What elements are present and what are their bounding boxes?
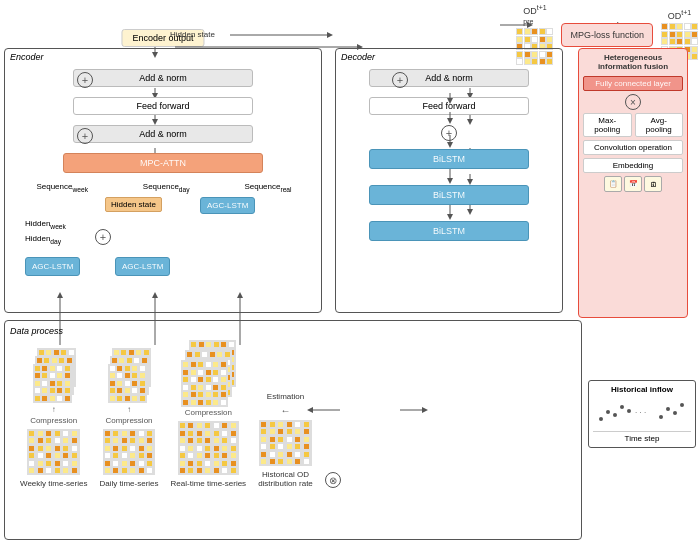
decoder-bilstm-2: BiLSTM bbox=[369, 185, 529, 205]
fusion-max-label: Max-pooling bbox=[594, 116, 620, 134]
compression-2-arrow: ↑ bbox=[127, 405, 131, 414]
encoder-mpc-attn-label: MPC-ATTN bbox=[140, 158, 186, 168]
svg-point-31 bbox=[666, 407, 670, 411]
od-pre-label: ODt+1 pre bbox=[523, 4, 546, 26]
mpg-loss-box: MPG-loss function bbox=[561, 23, 653, 47]
weekly-large-grid bbox=[27, 429, 80, 476]
encoder-plus-2: + bbox=[77, 128, 93, 144]
realtime-grid-1 bbox=[181, 360, 228, 407]
fusion-max-pooling: Max-pooling bbox=[583, 113, 632, 137]
decoder-plus-2: + bbox=[441, 125, 457, 141]
weekly-ts-label: Weekly time-series bbox=[20, 479, 87, 488]
decoder-add-norm-label: Add & norm bbox=[425, 73, 473, 83]
encoder-feed-forward: Feed forward bbox=[73, 97, 253, 115]
fusion-embedding: Embedding bbox=[583, 158, 683, 173]
daily-grids bbox=[108, 348, 150, 403]
decoder-bilstm-1-label: BiLSTM bbox=[433, 154, 465, 164]
fusion-title: Heterogeneousinformation fusion bbox=[583, 53, 683, 71]
daily-large-grid bbox=[103, 429, 156, 476]
decoder-plus-1: + bbox=[392, 72, 408, 88]
compression-3-text: Compression bbox=[185, 408, 232, 417]
svg-point-25 bbox=[606, 410, 610, 414]
encoder-add-norm-label: Add & norm bbox=[139, 73, 187, 83]
fusion-fully-connected: Fully connected layer bbox=[583, 76, 683, 91]
encoder-agc-lstm-1-label: AGC-LSTM bbox=[32, 262, 73, 271]
fusion-panel: Heterogeneousinformation fusion Fully co… bbox=[578, 48, 688, 318]
fusion-embed-label: Embedding bbox=[613, 161, 653, 170]
estimation-arrow: ← bbox=[280, 405, 290, 416]
fusion-times-row: × bbox=[583, 94, 683, 110]
seq-week-sub: week bbox=[72, 186, 88, 193]
decoder-arrows bbox=[336, 49, 564, 314]
realtime-grids bbox=[181, 340, 235, 395]
estimation-area: Estimation ← Historical ODdistribution r… bbox=[258, 392, 313, 489]
decoder-label: Decoder bbox=[341, 52, 375, 62]
hidden-week-label: Hiddenweek bbox=[25, 219, 66, 230]
hist-od-label: Historical ODdistribution rate bbox=[258, 470, 313, 488]
fusion-times-circle: × bbox=[625, 94, 641, 110]
svg-point-26 bbox=[613, 413, 617, 417]
encoder-agc-lstm-3-label: AGC-LSTM bbox=[207, 201, 248, 210]
od-real-sup: t+1 bbox=[681, 9, 691, 16]
svg-point-32 bbox=[673, 411, 677, 415]
weekly-grid-1 bbox=[33, 364, 72, 403]
fusion-conv-label: Convolution operation bbox=[594, 143, 672, 152]
realtime-ts-label: Real-time time-series bbox=[171, 479, 247, 488]
fusion-icons-row: 📋 📅 🗓 bbox=[583, 176, 683, 192]
encoder-add-norm-2-label: Add & norm bbox=[139, 129, 187, 139]
sequence-labels-row: Sequenceweek Sequenceday Sequencereal bbox=[9, 182, 319, 193]
encoder-box: Encoder Encoder output Add & norm + Feed… bbox=[4, 48, 322, 313]
realtime-large-grid bbox=[178, 421, 239, 475]
compression-1-label: ↑ bbox=[52, 405, 56, 414]
estimation-label: Estimation bbox=[267, 392, 304, 401]
decoder-bilstm-2-label: BiLSTM bbox=[433, 190, 465, 200]
fusion-fc-label: Fully connected layer bbox=[595, 79, 671, 88]
main-container: ODt+1 pre MPG-loss function ODt+1 bbox=[0, 0, 700, 545]
svg-point-28 bbox=[627, 409, 631, 413]
decoder-ff-label: Feed forward bbox=[422, 101, 475, 111]
hidden-state-box: Hidden state bbox=[105, 197, 162, 212]
encoder-label: Encoder bbox=[10, 52, 44, 62]
mpg-loss-label: MPG-loss function bbox=[570, 30, 644, 40]
decoder-feed-forward: Feed forward bbox=[369, 97, 529, 115]
hidden-state-top-label: Hidden state bbox=[170, 30, 215, 39]
daily-ts-label: Daily time-series bbox=[99, 479, 158, 488]
encoder-agc-lstm-3: AGC-LSTM bbox=[200, 197, 255, 214]
decoder-bilstm-3: BiLSTM bbox=[369, 221, 529, 241]
fusion-icon-3: 🗓 bbox=[644, 176, 662, 192]
data-process-label: Data process bbox=[10, 326, 576, 336]
seq-day-sub: day bbox=[179, 186, 190, 193]
fusion-convolution: Convolution operation bbox=[583, 140, 683, 155]
daily-grid-1 bbox=[108, 364, 147, 403]
hist-inflow-label: Historical inflow bbox=[593, 385, 691, 394]
svg-text:. . .: . . . bbox=[635, 406, 646, 415]
hist-inflow-box: Historical inflow . . . Time step bbox=[588, 380, 696, 448]
encoder-add-norm: Add & norm bbox=[73, 69, 253, 87]
encoder-plus-hidden: + bbox=[95, 229, 111, 245]
weekly-stack: ↑ Compression Weekly time-series bbox=[20, 348, 87, 489]
hidden-day-sub: day bbox=[50, 238, 61, 245]
seq-day-label: Sequenceday bbox=[143, 182, 190, 193]
svg-point-33 bbox=[680, 403, 684, 407]
encoder-add-norm-2: Add & norm bbox=[73, 125, 253, 143]
hidden-state-label: Hidden state bbox=[111, 200, 156, 209]
fusion-avg-label: Avg-pooling bbox=[646, 116, 672, 134]
realtime-stack: ↑ Compression Real-time time-series bbox=[171, 340, 247, 488]
compression-row: ↑ Compression Weekly time-series bbox=[20, 340, 576, 488]
times-operator: ⊗ bbox=[325, 472, 341, 488]
data-process-box: Data process bbox=[4, 320, 582, 540]
encoder-agc-lstm-1: AGC-LSTM bbox=[25, 257, 80, 276]
svg-point-30 bbox=[659, 415, 663, 419]
od-real-label: ODt+1 bbox=[668, 9, 691, 21]
fusion-avg-pooling: Avg-pooling bbox=[635, 113, 684, 137]
hist-inflow-chart: . . . bbox=[593, 397, 693, 427]
encoder-plus-1: + bbox=[77, 72, 93, 88]
encoder-mpc-attn: MPC-ATTN bbox=[63, 153, 263, 173]
encoder-ff-label: Feed forward bbox=[136, 101, 189, 111]
encoder-agc-lstm-2-label: AGC-LSTM bbox=[122, 262, 163, 271]
fusion-pooling-row: Max-pooling Avg-pooling bbox=[583, 113, 683, 137]
seq-week-label: Sequenceweek bbox=[36, 182, 88, 193]
svg-point-24 bbox=[599, 417, 603, 421]
decoder-bilstm-1: BiLSTM bbox=[369, 149, 529, 169]
times-area: ⊗ bbox=[325, 472, 341, 488]
